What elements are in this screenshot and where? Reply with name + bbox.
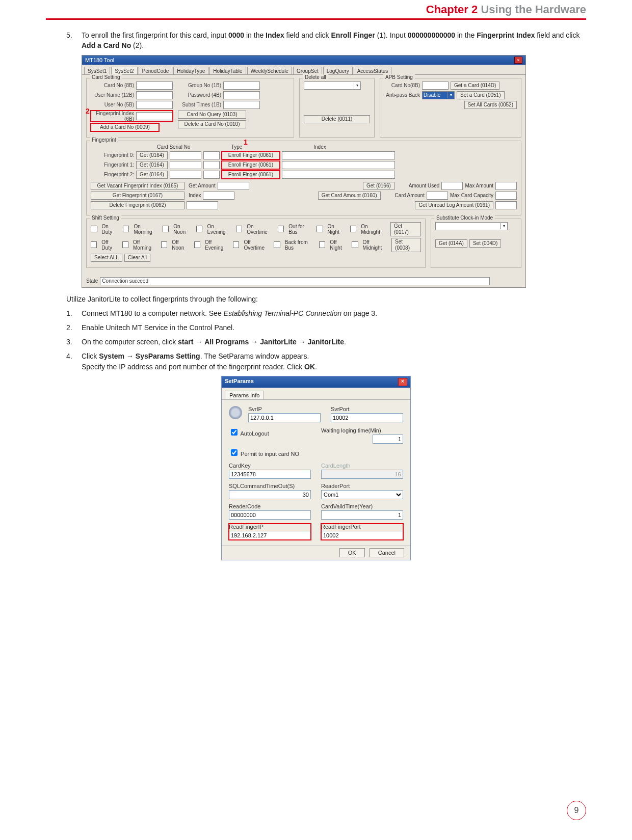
max-amount-input[interactable] (495, 182, 517, 190)
delete-card-no-button[interactable]: Delete a Card No (0010) (178, 120, 246, 128)
fp2-type-input[interactable] (203, 171, 220, 179)
enroll-finger-1-button[interactable]: Enroll Finger (0061) (222, 161, 280, 169)
tab-holidaytype[interactable]: HolidayType (173, 67, 208, 74)
fingerprint-group: Fingerprint 1 Card Serial No Type Index … (86, 141, 521, 215)
fp-index-input[interactable] (203, 192, 234, 200)
on-duty-checkbox[interactable] (91, 226, 97, 232)
substitute-select[interactable]: ▾ (435, 222, 508, 230)
get-vacant-fp-index-button[interactable]: Get Vacant Fingerprint Index (0165) (91, 182, 185, 190)
step-5-num: 5. (66, 30, 72, 40)
clear-all-button[interactable]: Clear All (124, 254, 150, 262)
cardkey-input[interactable] (229, 470, 311, 479)
delete-fingerprint-button[interactable]: Delete Fingerprint (0062) (91, 201, 185, 209)
tab-sysset2[interactable]: SysSet2 (111, 67, 137, 74)
get-014a-button[interactable]: Get (014A) (435, 239, 467, 248)
delete-all-select[interactable]: ▾ (304, 82, 361, 90)
fingerprint-index-input[interactable] (136, 112, 173, 120)
card-no-input[interactable] (136, 82, 173, 90)
get-unread-log-button[interactable]: Get Unread Log Amount (0161) (415, 201, 493, 209)
fp0-index-input[interactable] (282, 151, 395, 159)
close-icon[interactable]: × (514, 57, 522, 64)
cardvalidtime-input[interactable] (321, 510, 403, 520)
get-a-card-button[interactable]: Get a Card (014D) (451, 82, 499, 90)
shift-get-button[interactable]: Get (0117) (390, 222, 421, 236)
svrport-input[interactable] (331, 413, 403, 422)
autologout-checkbox[interactable] (231, 429, 238, 436)
user-name-input[interactable] (136, 91, 173, 99)
user-no-input[interactable] (136, 101, 173, 109)
fp2-index-input[interactable] (282, 171, 395, 179)
fp1-type-input[interactable] (203, 161, 220, 169)
out-for-bus-checkbox[interactable] (278, 226, 284, 232)
window-titlebar: MT180 Tool × (82, 56, 525, 65)
close-icon[interactable]: × (398, 378, 407, 386)
on-morning-checkbox[interactable] (123, 226, 129, 232)
amount-used-input[interactable] (441, 182, 463, 190)
fp1-serial-input[interactable] (170, 161, 201, 169)
select-all-button[interactable]: Select ALL (91, 254, 122, 262)
cancel-button[interactable]: Cancel (370, 548, 404, 557)
get-fingerprint-button[interactable]: Get Fingerprint (0167) (91, 192, 185, 200)
fp0-type-input[interactable] (203, 151, 220, 159)
permit-card-no-checkbox[interactable] (231, 449, 238, 456)
subst-times-input[interactable] (223, 101, 260, 109)
delete-button[interactable]: Delete (0011) (304, 115, 370, 123)
off-night-checkbox[interactable] (319, 241, 325, 248)
max-card-capacity-input[interactable] (495, 192, 517, 200)
get-fp2-button[interactable]: Get (0164) (136, 171, 168, 179)
on-noon-checkbox[interactable] (163, 226, 169, 232)
group-no-input[interactable] (223, 82, 260, 90)
tab-weeklyschedule[interactable]: WeeklySchedule (247, 67, 292, 74)
readfingerip-input[interactable] (229, 531, 311, 540)
off-duty-checkbox[interactable] (91, 241, 97, 248)
off-morning-checkbox[interactable] (122, 241, 128, 248)
tab-groupset[interactable]: GroupSet (293, 67, 322, 74)
readerport-select[interactable]: Com1 (321, 490, 403, 499)
readercode-input[interactable] (229, 510, 311, 520)
delete-fp-input[interactable] (187, 201, 218, 209)
shift-set-button[interactable]: Set (0008) (391, 238, 421, 252)
set-all-cards-button[interactable]: Set All Cards (0052) (464, 101, 517, 109)
tab-periodcode[interactable]: PeriodCode (139, 67, 173, 74)
on-evening-checkbox[interactable] (196, 226, 203, 232)
tab-accessstatus[interactable]: AccessStatus (354, 67, 392, 74)
off-evening-checkbox[interactable] (194, 241, 200, 248)
get-fp1-button[interactable]: Get (0164) (136, 161, 168, 169)
fp1-index-input[interactable] (282, 161, 395, 169)
ok-button[interactable]: OK (339, 548, 365, 557)
readfingerport-input[interactable] (321, 531, 403, 540)
set-004d-button[interactable]: Set (004D) (469, 239, 501, 248)
password-input[interactable] (223, 91, 260, 99)
card-amount-input[interactable] (427, 192, 448, 200)
get-amount-input[interactable] (218, 182, 249, 190)
tab-params-info[interactable]: Params Info (225, 391, 264, 399)
get-0166-button[interactable]: Get (0166) (363, 182, 394, 190)
step-2: 2. Enable Unitech MT Service in the Cont… (82, 322, 586, 333)
unread-log-input[interactable] (495, 201, 517, 209)
sql-timeout-input[interactable] (229, 490, 311, 499)
card-no-query-button[interactable]: Card No Query (0103) (178, 111, 246, 119)
callout-2: 2 (86, 107, 90, 115)
fp2-serial-input[interactable] (170, 171, 201, 179)
tab-logquery[interactable]: LogQuery (323, 67, 353, 74)
apb-cardno-input[interactable] (422, 82, 449, 90)
svrip-input[interactable] (248, 413, 321, 422)
on-overtime-checkbox[interactable] (236, 226, 243, 232)
get-fp0-button[interactable]: Get (0164) (136, 151, 168, 159)
back-from-bus-checkbox[interactable] (274, 241, 280, 248)
on-night-checkbox[interactable] (317, 226, 323, 232)
off-midnight-checkbox[interactable] (352, 241, 358, 248)
get-card-amount-button[interactable]: Get Card Amount (0160) (318, 192, 381, 200)
tab-sysset1[interactable]: SysSet1 (84, 67, 110, 74)
off-overtime-checkbox[interactable] (233, 241, 239, 248)
add-card-no-button[interactable]: Add a Card No (0009) (91, 123, 159, 131)
on-midnight-checkbox[interactable] (350, 226, 357, 232)
tab-holidaytable[interactable]: HolidayTable (209, 67, 246, 74)
waiting-time-input[interactable] (373, 435, 403, 444)
set-a-card-button[interactable]: Set a Card (0051) (457, 91, 505, 99)
off-noon-checkbox[interactable] (161, 241, 167, 248)
enroll-finger-0-button[interactable]: Enroll Finger (0061) (222, 151, 280, 159)
fp0-serial-input[interactable] (170, 151, 201, 159)
enroll-finger-2-button[interactable]: Enroll Finger (0061) (222, 171, 280, 179)
anti-pass-back-select[interactable]: Disable▾ (422, 91, 455, 99)
